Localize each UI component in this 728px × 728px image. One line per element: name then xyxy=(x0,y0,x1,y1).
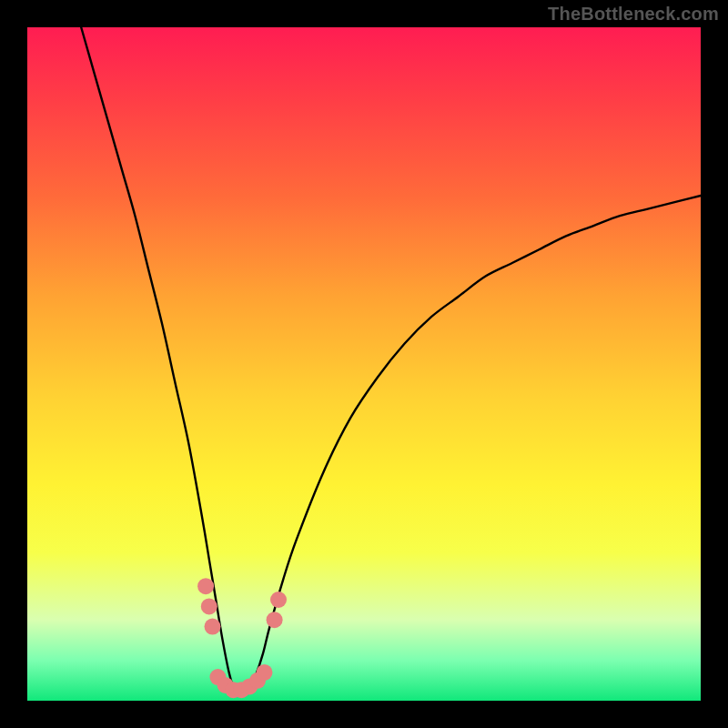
highlight-marker xyxy=(256,664,272,681)
highlight-marker xyxy=(197,578,214,594)
highlight-markers xyxy=(197,578,287,698)
highlight-marker xyxy=(267,612,283,628)
highlight-marker xyxy=(205,619,221,635)
curve-layer xyxy=(27,27,701,701)
chart-frame: TheBottleneck.com xyxy=(0,0,728,728)
highlight-marker xyxy=(201,598,217,614)
plot-area xyxy=(27,27,701,701)
highlight-marker xyxy=(270,592,287,608)
bottleneck-curve xyxy=(81,27,701,696)
watermark-text: TheBottleneck.com xyxy=(548,4,719,25)
